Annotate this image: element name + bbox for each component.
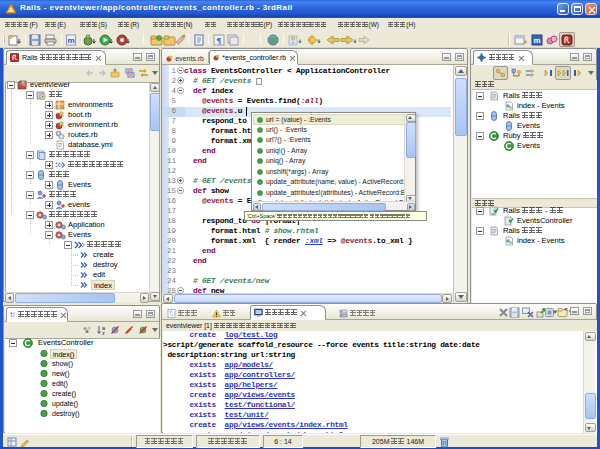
svg-text:z: z [102, 330, 105, 336]
svg-text:m: m [533, 36, 540, 45]
svg-text:¶: ¶ [217, 36, 222, 46]
svg-text:m: m [67, 36, 74, 45]
